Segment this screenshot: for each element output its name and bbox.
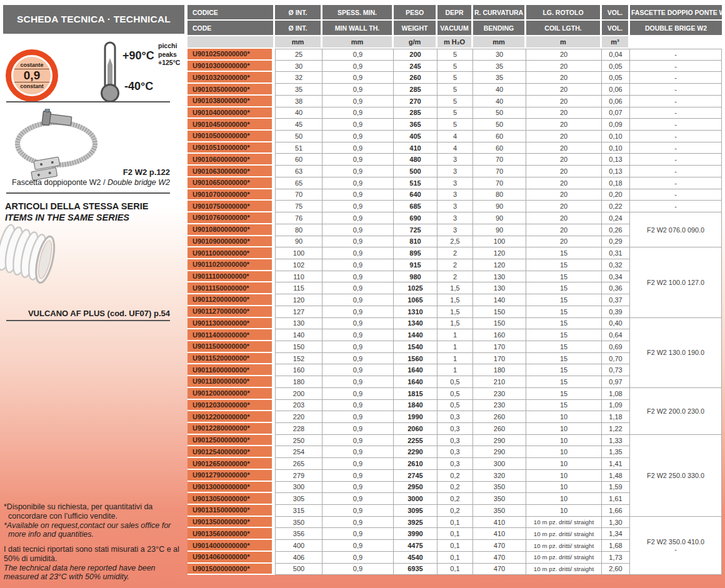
table-row: U9012500000000*2500,922550,3290101,33F2 … xyxy=(188,435,722,447)
diameter-cell: 63 xyxy=(275,166,322,177)
weight-cell: 1025 xyxy=(394,282,438,294)
bending-cell: 410 xyxy=(473,517,526,529)
bending-cell: 35 xyxy=(473,72,526,84)
volume-cell: 0,36 xyxy=(602,282,630,294)
wall-cell: 0,9 xyxy=(322,411,394,423)
vacuum-cell: 0,2 xyxy=(438,482,473,494)
divider xyxy=(6,320,170,321)
diameter-cell: 265 xyxy=(275,458,322,470)
bending-cell: 70 xyxy=(473,166,526,177)
header-row: CODEØ INT.MIN WALL TH.WEIGHTVACUUMBENDIN… xyxy=(188,21,722,36)
volume-cell: 0,69 xyxy=(602,341,630,353)
volume-cell: 0,10 xyxy=(602,131,630,142)
diameter-cell: 45 xyxy=(275,119,322,131)
weight-cell: 690 xyxy=(394,212,438,224)
wall-cell: 0,9 xyxy=(322,212,394,224)
wall-cell: 0,9 xyxy=(322,505,394,517)
wall-cell: 0,9 xyxy=(322,166,394,177)
col-header: VACUUM xyxy=(438,21,473,36)
weight-cell: 365 xyxy=(394,119,438,131)
code-cell: U9010760000000* xyxy=(188,212,275,224)
volume-cell: 0,37 xyxy=(602,294,630,306)
code-cell: U9010320000000* xyxy=(188,72,275,84)
volume-cell: 0,64 xyxy=(602,329,630,341)
coil-cell: 15 xyxy=(526,341,602,353)
vacuum-cell: 0,1 xyxy=(438,552,473,564)
bending-cell: 470 xyxy=(473,552,526,564)
code-cell: U9011800000000* xyxy=(188,376,275,388)
spec-table: CODICEØ INT.SPESS. MIN.PESODEPRR. CURVAT… xyxy=(188,5,722,575)
table-row: U9012000000000*2000,918150,5230151,08F2 … xyxy=(188,388,722,400)
volume-cell: 0,07 xyxy=(602,107,630,119)
bending-cell: 410 xyxy=(473,528,526,540)
bending-cell: 170 xyxy=(473,353,526,365)
header-row: CODICEØ INT.SPESS. MIN.PESODEPRR. CURVAT… xyxy=(188,5,722,21)
fascette-cell: F2 W2 350.0 410.0- xyxy=(630,517,722,576)
weight-cell: 1840 xyxy=(394,400,438,412)
col-header: LG. ROTOLO xyxy=(526,5,602,21)
fascette-cell: - xyxy=(630,131,722,142)
diameter-cell: 40 xyxy=(275,107,322,119)
volume-cell: 0,13 xyxy=(602,154,630,166)
volume-cell: 1,08 xyxy=(602,388,630,400)
bending-cell: 140 xyxy=(473,294,526,306)
diameter-cell: 279 xyxy=(275,470,322,482)
vacuum-cell: 4 xyxy=(438,131,473,142)
vacuum-cell: 0,3 xyxy=(438,435,473,447)
weight-cell: 725 xyxy=(394,224,438,236)
coil-cell: 15 xyxy=(526,353,602,365)
code-cell: U9012500000000* xyxy=(188,435,275,447)
bending-cell: 80 xyxy=(473,189,526,201)
wall-cell: 0,9 xyxy=(322,564,394,576)
volume-cell: 0,73 xyxy=(602,364,630,376)
fascette-cell: - xyxy=(630,142,722,154)
fascette-cell: - xyxy=(630,84,722,96)
code-cell: U9012650000000* xyxy=(188,458,275,470)
volume-cell: 1,73 xyxy=(602,552,630,564)
technical-data-table-area: CODICEØ INT.SPESS. MIN.PESODEPRR. CURVAT… xyxy=(188,5,722,575)
volume-cell: 1,61 xyxy=(602,493,630,505)
coil-cell: 20 xyxy=(526,61,602,72)
diameter-cell: 356 xyxy=(275,528,322,540)
vacuum-cell: 1,5 xyxy=(438,294,473,306)
code-cell: U9011500000000* xyxy=(188,341,275,353)
bending-cell: 290 xyxy=(473,446,526,458)
volume-cell: 1,18 xyxy=(602,411,630,423)
fascette-cell: - xyxy=(630,119,722,131)
coil-cell: 20 xyxy=(526,131,602,142)
wall-cell: 0,9 xyxy=(322,259,394,271)
vacuum-cell: 0,5 xyxy=(438,400,473,412)
weight-cell: 3925 xyxy=(394,517,438,529)
fascette-cell: - xyxy=(630,177,722,189)
diameter-cell: 100 xyxy=(275,247,322,259)
wall-cell: 0,9 xyxy=(322,364,394,376)
vacuum-cell: 0,5 xyxy=(438,388,473,400)
fascette-cell: F2 W2 130.0 190.0 xyxy=(630,318,722,388)
thermometer-icon xyxy=(99,40,121,104)
bending-cell: 100 xyxy=(473,236,526,248)
wall-cell: 0,9 xyxy=(322,72,394,84)
vacuum-cell: 5 xyxy=(438,107,473,119)
col-header: WEIGHT xyxy=(394,21,438,36)
volume-cell: 1,34 xyxy=(602,528,630,540)
divider xyxy=(6,101,170,102)
diameter-cell: 65 xyxy=(275,177,322,189)
diameter-cell: 50 xyxy=(275,131,322,142)
volume-cell: 0,31 xyxy=(602,247,630,259)
diameter-cell: 315 xyxy=(275,505,322,517)
code-cell: U9015000000000* xyxy=(188,564,275,576)
vacuum-cell: 2,5 xyxy=(438,236,473,248)
wall-cell: 0,9 xyxy=(322,493,394,505)
diameter-cell: 150 xyxy=(275,341,322,353)
weight-cell: 285 xyxy=(394,107,438,119)
code-cell: U9010600000000* xyxy=(188,154,275,166)
coil-cell: 15 xyxy=(526,400,602,412)
volume-cell: 0,70 xyxy=(602,353,630,365)
badge-label-en: constant xyxy=(13,83,51,89)
volume-cell: 0,05 xyxy=(602,72,630,84)
coil-cell: 20 xyxy=(526,189,602,201)
code-cell: U9011100000000* xyxy=(188,271,275,283)
bending-cell: 40 xyxy=(473,96,526,107)
vacuum-cell: 5 xyxy=(438,96,473,107)
weight-cell: 895 xyxy=(394,247,438,259)
